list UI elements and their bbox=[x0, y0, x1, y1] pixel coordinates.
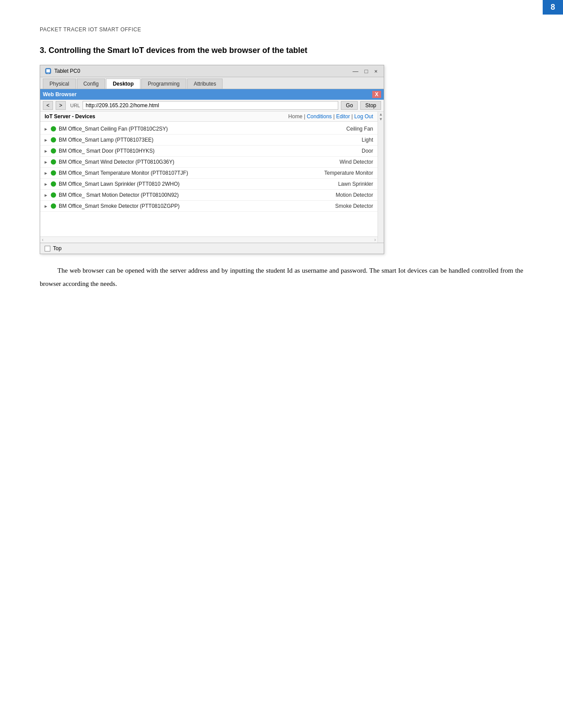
device-left: ► BM Office_ Smart Door (PTT0810HYKS) bbox=[44, 148, 155, 154]
device-name: BM Office_Smart Temperature Monitor (PTT… bbox=[59, 170, 188, 176]
device-type: Motion Detector bbox=[336, 192, 373, 198]
minimize-button[interactable]: — bbox=[351, 68, 360, 75]
browser-content: IoT Server - Devices Home | Conditions |… bbox=[40, 112, 384, 243]
device-name: BM Office_Smart Lamp (PTT081073EE) bbox=[59, 137, 154, 143]
device-list: ► BM Office_Smart Ceiling Fan (PTT0810C2… bbox=[40, 122, 378, 236]
device-expand-arrow[interactable]: ► bbox=[44, 127, 48, 131]
device-name: BM Office_ Smart Motion Detector (PTT081… bbox=[59, 192, 179, 198]
device-name: BM Office_ Smart Door (PTT0810HYKS) bbox=[59, 148, 155, 154]
section-title: 3. Controlling the Smart IoT devices fro… bbox=[40, 46, 523, 55]
window-titlebar: Tablet PC0 — □ × bbox=[40, 65, 384, 77]
device-expand-arrow[interactable]: ► bbox=[44, 204, 48, 209]
scroll-left-arrow[interactable]: ‹ bbox=[42, 237, 43, 242]
device-row[interactable]: ► BM Office_Smart Lamp (PTT081073EE) Lig… bbox=[40, 135, 378, 146]
top-checkbox[interactable] bbox=[45, 246, 50, 251]
device-left: ► BM Office_Smart Ceiling Fan (PTT0810C2… bbox=[44, 126, 168, 132]
device-status-indicator bbox=[51, 170, 56, 176]
device-left: ► BM Office_Smart Smoke Detector (PTT081… bbox=[44, 203, 180, 209]
stop-button[interactable]: Stop bbox=[360, 101, 381, 110]
tab-physical[interactable]: Physical bbox=[43, 79, 76, 89]
device-row[interactable]: ► BM Office_Smart Ceiling Fan (PTT0810C2… bbox=[40, 124, 378, 135]
tablet-window: Tablet PC0 — □ × Physical Config Desktop… bbox=[40, 65, 384, 254]
window-controls: — □ × bbox=[351, 68, 379, 75]
window-title: Tablet PC0 bbox=[54, 68, 80, 74]
device-type: Door bbox=[362, 148, 373, 154]
tab-attributes[interactable]: Attributes bbox=[187, 79, 223, 89]
device-name: BM Office_Smart Ceiling Fan (PTT0810C2SY… bbox=[59, 126, 168, 132]
device-left: ► BM Office_Smart Lamp (PTT081073EE) bbox=[44, 137, 153, 143]
device-expand-arrow[interactable]: ► bbox=[44, 138, 48, 143]
device-expand-arrow[interactable]: ► bbox=[44, 160, 48, 165]
device-row[interactable]: ► BM Office_ Smart Door (PTT0810HYKS) Do… bbox=[40, 146, 378, 157]
right-scrollbar[interactable]: ▲ ▼ bbox=[378, 112, 384, 243]
page-header: PACKET TRACER IOT SMART OFFICE bbox=[40, 26, 523, 33]
scroll-down-arrow[interactable]: ▼ bbox=[379, 117, 383, 121]
url-input[interactable] bbox=[83, 101, 338, 110]
tab-programming[interactable]: Programming bbox=[141, 79, 186, 89]
browser-area: Web Browser X < > URL Go Stop IoT Server… bbox=[40, 89, 384, 243]
conditions-link[interactable]: Conditions bbox=[307, 113, 332, 120]
device-status-indicator bbox=[51, 126, 56, 131]
top-label: Top bbox=[53, 245, 61, 251]
close-button[interactable]: × bbox=[372, 68, 379, 75]
browser-toolbar: Web Browser X bbox=[40, 89, 384, 100]
device-status-indicator bbox=[51, 148, 56, 154]
browser-close-button[interactable]: X bbox=[372, 91, 381, 98]
device-type: Smoke Detector bbox=[335, 203, 373, 209]
device-type: Temperature Monitor bbox=[324, 170, 373, 176]
forward-button[interactable]: > bbox=[56, 101, 66, 110]
url-label: URL bbox=[70, 103, 80, 108]
device-status-indicator bbox=[51, 203, 56, 209]
back-button[interactable]: < bbox=[43, 101, 53, 110]
browser-label: Web Browser bbox=[43, 91, 370, 98]
device-row[interactable]: ► BM Office_Smart Wind Detector (PTT0810… bbox=[40, 157, 378, 168]
editor-link[interactable]: Editor bbox=[336, 113, 350, 120]
device-name: BM Office_Smart Lawn Sprinkler (PTT0810 … bbox=[59, 181, 180, 187]
maximize-button[interactable]: □ bbox=[363, 68, 370, 75]
tablet-icon bbox=[45, 68, 52, 75]
device-name: BM Office_Smart Smoke Detector (PTT0810Z… bbox=[59, 203, 180, 209]
device-row[interactable]: ► BM Office_ Smart Motion Detector (PTT0… bbox=[40, 190, 378, 201]
body-paragraph-1: The web browser can be opened with the s… bbox=[40, 264, 523, 290]
device-name: BM Office_Smart Wind Detector (PTT0810G3… bbox=[59, 159, 174, 165]
svg-point-2 bbox=[48, 73, 49, 74]
device-expand-arrow[interactable]: ► bbox=[44, 193, 48, 198]
device-left: ► BM Office_Smart Wind Detector (PTT0810… bbox=[44, 159, 174, 165]
device-status-indicator bbox=[51, 181, 56, 187]
iot-nav-links: Home | Conditions | Editor | Log Out bbox=[288, 113, 373, 120]
device-status-indicator bbox=[51, 159, 56, 165]
device-row[interactable]: ► BM Office_Smart Smoke Detector (PTT081… bbox=[40, 201, 378, 212]
device-type: Light bbox=[362, 137, 373, 143]
device-row[interactable]: ► BM Office_Smart Lawn Sprinkler (PTT081… bbox=[40, 179, 378, 190]
device-status-indicator bbox=[51, 137, 56, 143]
device-row[interactable]: ► BM Office_Smart Temperature Monitor (P… bbox=[40, 168, 378, 179]
svg-rect-1 bbox=[46, 69, 50, 72]
logout-link[interactable]: Log Out bbox=[354, 113, 373, 120]
iot-server-title: IoT Server - Devices bbox=[45, 113, 95, 120]
device-left: ► BM Office_Smart Temperature Monitor (P… bbox=[44, 170, 188, 176]
tab-config[interactable]: Config bbox=[77, 79, 106, 89]
window-footer: Top bbox=[40, 243, 384, 254]
iot-header-bar: IoT Server - Devices Home | Conditions |… bbox=[40, 112, 378, 122]
tab-desktop[interactable]: Desktop bbox=[106, 79, 140, 89]
page-number: 8 bbox=[543, 0, 563, 15]
device-left: ► BM Office_ Smart Motion Detector (PTT0… bbox=[44, 192, 179, 198]
bottom-scrollbar[interactable]: ‹ › bbox=[40, 236, 378, 243]
device-type: Lawn Sprinkler bbox=[338, 181, 373, 187]
scroll-up-arrow[interactable]: ▲ bbox=[379, 113, 383, 116]
device-type: Ceiling Fan bbox=[346, 126, 373, 132]
scroll-right-arrow[interactable]: › bbox=[374, 237, 376, 242]
device-expand-arrow[interactable]: ► bbox=[44, 182, 48, 187]
browser-nav-bar: < > URL Go Stop bbox=[40, 100, 384, 112]
device-type: Wind Detector bbox=[340, 159, 373, 165]
go-button[interactable]: Go bbox=[341, 101, 358, 110]
device-expand-arrow[interactable]: ► bbox=[44, 149, 48, 154]
device-status-indicator bbox=[51, 192, 56, 198]
device-expand-arrow[interactable]: ► bbox=[44, 171, 48, 176]
device-left: ► BM Office_Smart Lawn Sprinkler (PTT081… bbox=[44, 181, 180, 187]
tabs-bar: Physical Config Desktop Programming Attr… bbox=[40, 77, 384, 89]
